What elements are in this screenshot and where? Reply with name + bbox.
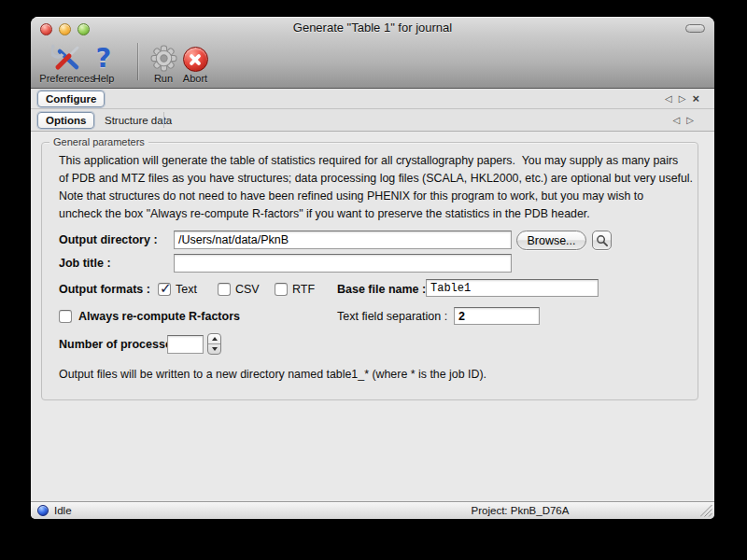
groupbox-legend: General parameters	[49, 136, 148, 147]
format-csv-checkbox[interactable]	[218, 283, 231, 296]
format-rtf-checkbox[interactable]	[275, 283, 288, 296]
abort-button[interactable]: Abort	[175, 45, 216, 84]
gear-icon	[150, 45, 177, 72]
format-rtf-label[interactable]: RTF	[292, 283, 315, 297]
abort-x-icon	[183, 47, 208, 72]
open-directory-magnifier-button[interactable]	[592, 231, 612, 250]
run-label: Run	[154, 73, 173, 84]
output-directory-label: Output directory :	[59, 233, 158, 247]
number-of-processes-input[interactable]	[167, 335, 204, 354]
general-parameters-groupbox: General parameters This application will…	[41, 142, 698, 400]
up-arrow-icon	[212, 337, 218, 341]
window-title: Generate "Table 1" for journal	[31, 21, 714, 35]
project-label: Project: PknB_D76A	[427, 505, 613, 516]
help-button[interactable]: ? Help	[85, 44, 122, 84]
toolbar-toggle-pill-button[interactable]	[685, 24, 705, 33]
options-panel: General parameters This application will…	[31, 132, 714, 501]
stepper-down-button[interactable]	[208, 344, 220, 355]
tab-scroll-left-icon[interactable]: ◁	[673, 116, 681, 125]
titlebar: Generate "Table 1" for journal	[31, 17, 714, 39]
stepper-up-button[interactable]	[208, 334, 220, 344]
help-label: Help	[93, 73, 115, 84]
checkmark-icon: ✓	[160, 280, 172, 297]
description-line: uncheck the box "Always re-compute R-fac…	[59, 205, 693, 223]
tab-divider	[163, 112, 164, 128]
resize-grip[interactable]	[700, 505, 712, 517]
window-header: Generate "Table 1" for journal Preferenc…	[31, 17, 714, 89]
description-line: of PDB and MTZ files as you have structu…	[59, 170, 693, 188]
tab-scroll-left-icon[interactable]: ◁	[665, 94, 672, 104]
toolbar-separator	[137, 43, 138, 80]
options-tab-bar: Options Structure data ◁ ▷	[31, 109, 714, 132]
status-bar: Idle Project: PknB_D76A	[31, 501, 714, 519]
status-text: Idle	[54, 505, 72, 516]
crossed-tools-icon	[51, 44, 83, 72]
browse-button[interactable]: Browse...	[516, 231, 586, 250]
description-text: This application will generate the table…	[59, 152, 693, 223]
base-file-name-input[interactable]	[426, 279, 599, 297]
configure-tab-bar: Configure ◁ ▷ ×	[31, 89, 714, 109]
format-text-label[interactable]: Text	[176, 283, 197, 297]
app-window: Generate "Table 1" for journal Preferenc…	[31, 17, 714, 519]
status-idle-sphere-icon	[37, 505, 49, 516]
tab-scroll-right-icon[interactable]: ▷	[679, 94, 686, 104]
desktop-background: Generate "Table 1" for journal Preferenc…	[0, 0, 747, 560]
down-arrow-icon	[212, 347, 218, 351]
base-file-name-label: Base file name :	[337, 283, 426, 297]
processes-stepper	[207, 333, 221, 355]
text-field-separation-input[interactable]	[454, 307, 540, 325]
tab-configure[interactable]: Configure	[37, 91, 105, 107]
format-text-checkbox[interactable]: ✓	[158, 283, 171, 296]
tab-structure-data[interactable]: Structure data	[97, 112, 179, 129]
question-mark-icon: ?	[96, 44, 112, 72]
format-csv-label[interactable]: CSV	[235, 283, 260, 297]
tab-scroll-right-icon[interactable]: ▷	[686, 116, 694, 125]
output-directory-input[interactable]	[174, 231, 512, 249]
recompute-r-factors-label[interactable]: Always re-compute R-factors	[78, 310, 240, 324]
tab-options[interactable]: Options	[37, 112, 94, 129]
output-formats-label: Output formats :	[59, 283, 150, 297]
abort-label: Abort	[183, 73, 207, 84]
recompute-r-factors-checkbox[interactable]	[59, 310, 72, 323]
tab-close-icon[interactable]: ×	[692, 93, 699, 105]
output-files-note: Output files will be written to a new di…	[59, 368, 486, 381]
text-field-separation-label: Text field separation :	[337, 310, 447, 324]
job-title-input[interactable]	[174, 254, 512, 273]
description-line: Note that structures do not need to have…	[59, 188, 693, 205]
magnifier-icon	[596, 234, 608, 246]
job-title-label: Job title :	[59, 257, 111, 271]
description-line: This application will generate the table…	[59, 152, 693, 170]
